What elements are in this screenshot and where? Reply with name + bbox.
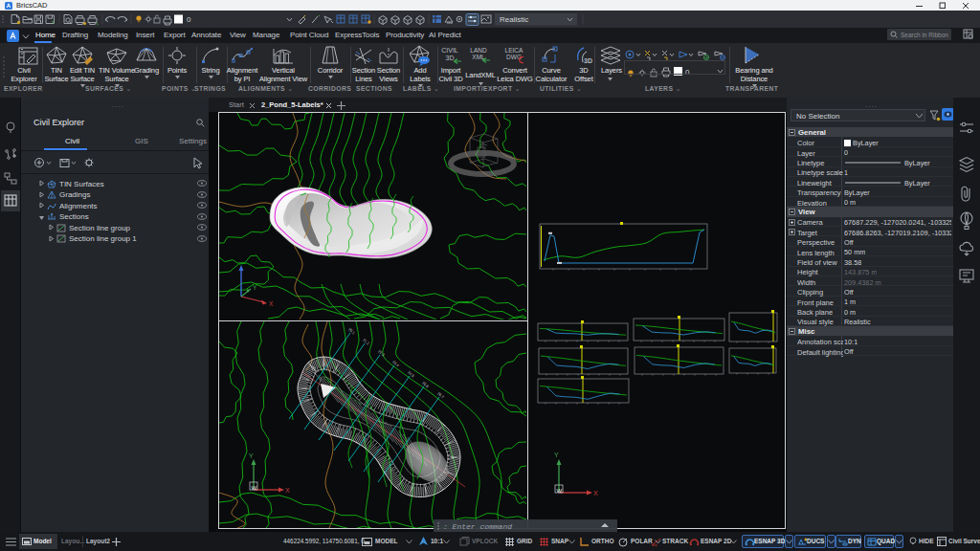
- svg-text:: Enter command: : Enter command: [443, 522, 512, 531]
- svg-text:0: 0: [187, 15, 191, 24]
- svg-text:X: X: [269, 300, 274, 307]
- svg-text:X: X: [285, 487, 290, 494]
- svg-text:3D: 3D: [584, 57, 592, 64]
- svg-text:X: X: [593, 490, 598, 496]
- svg-text:Y: Y: [253, 284, 257, 291]
- svg-text:W: W: [252, 485, 257, 491]
- svg-text:W: W: [557, 488, 563, 494]
- svg-text:Y: Y: [554, 452, 559, 458]
- svg-text:Y: Y: [249, 452, 254, 459]
- svg-text:Realistic: Realistic: [500, 15, 528, 24]
